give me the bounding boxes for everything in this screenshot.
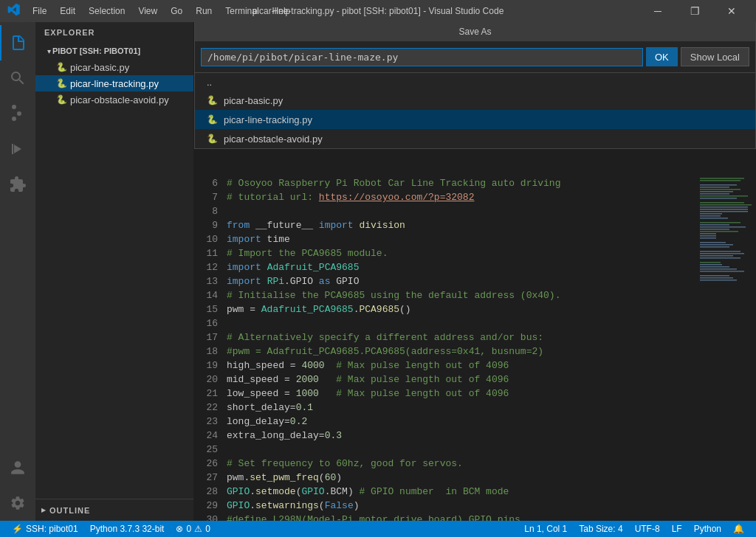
save-as-dialog: Save As OK Show Local .. 🐍 picar-basic.p…: [194, 22, 756, 149]
file-tree: ▾ PIBOT [SSH: PIBOT01] 🐍 picar-basic.py …: [35, 43, 193, 499]
editor-area: ▶ ⏸ ··· Save As OK Show Local .. 🐍 picar…: [194, 22, 756, 521]
dialog-file-name-2: picar-line-tracking.py: [224, 114, 312, 125]
outline-label: OUTLINE: [49, 506, 90, 515]
show-local-button[interactable]: Show Local: [681, 47, 749, 66]
dialog-file-picar-basic[interactable]: 🐍 picar-basic.py: [195, 91, 755, 110]
language-status[interactable]: Python: [688, 521, 727, 537]
vscode-logo-icon: [7, 3, 21, 19]
menu-run[interactable]: Run: [190, 4, 218, 18]
tab-size-status[interactable]: Tab Size: 4: [573, 521, 628, 537]
activity-item-explorer[interactable]: [0, 25, 35, 60]
remote-icon: ⚡: [12, 524, 23, 534]
parent-directory-item[interactable]: ..: [195, 73, 755, 91]
error-count: 0: [186, 524, 191, 534]
encoding-status[interactable]: UTF-8: [629, 521, 666, 537]
sidebar: Explorer ▾ PIBOT [SSH: PIBOT01] 🐍 picar-…: [35, 22, 194, 521]
status-right: Ln 1, Col 1 Tab Size: 4 UTF-8 LF Python …: [518, 521, 750, 537]
position-status[interactable]: Ln 1, Col 1: [518, 521, 573, 537]
save-path-input[interactable]: [201, 48, 643, 66]
title-bar: File Edit Selection View Go Run Terminal…: [0, 0, 756, 22]
svg-rect-0: [12, 144, 13, 154]
python-icon-1: 🐍: [207, 95, 218, 105]
activity-item-source-control[interactable]: [0, 96, 35, 131]
eol-status[interactable]: LF: [666, 521, 688, 537]
warning-count: 0: [205, 524, 210, 534]
status-bar: ⚡ SSH: pibot01 Python 3.7.3 32-bit ⊗ 0 ⚠…: [0, 521, 756, 537]
activity-item-extensions[interactable]: [0, 167, 35, 202]
dialog-title: Save As: [195, 22, 755, 41]
activity-item-settings[interactable]: [0, 485, 35, 521]
outline-section-header[interactable]: ▸ OUTLINE: [35, 502, 193, 518]
window-title: picar-line-tracking.py - pibot [SSH: pib…: [252, 6, 504, 16]
save-dialog-overlay: Save As OK Show Local .. 🐍 picar-basic.p…: [194, 22, 756, 521]
sidebar-header: Explorer: [35, 22, 193, 43]
python-icon-3: 🐍: [207, 134, 218, 144]
menu-go[interactable]: Go: [165, 4, 188, 18]
menu-edit[interactable]: Edit: [54, 4, 81, 18]
window-controls: ─ ❐ ✕: [641, 0, 749, 22]
file-name-picar-obstacle: picar-obstacle-avoid.py: [70, 94, 169, 105]
maximize-button[interactable]: ❐: [678, 0, 712, 22]
file-name-picar-basic: picar-basic.py: [70, 62, 129, 73]
ssh-status[interactable]: ⚡ SSH: pibot01: [6, 521, 84, 537]
close-button[interactable]: ✕: [715, 0, 749, 22]
minimize-button[interactable]: ─: [641, 0, 675, 22]
python-file-icon: 🐍: [56, 62, 67, 72]
activity-item-account[interactable]: [0, 450, 35, 485]
notifications-icon[interactable]: 🔔: [727, 521, 750, 537]
python-file-icon-active: 🐍: [56, 78, 67, 89]
root-folder-label: PIBOT [SSH: PIBOT01]: [52, 46, 140, 55]
python-status-label: Python 3.7.3 32-bit: [90, 524, 165, 534]
dialog-file-list: .. 🐍 picar-basic.py 🐍 picar-line-trackin…: [195, 72, 755, 148]
menu-selection[interactable]: Selection: [83, 4, 131, 18]
warning-icon: ⚠: [194, 524, 202, 534]
chevron-right-icon: ▸: [41, 505, 47, 515]
file-item-picar-obstacle[interactable]: 🐍 picar-obstacle-avoid.py: [35, 91, 193, 108]
dialog-input-row: OK Show Local: [195, 41, 755, 72]
error-icon: ⊗: [176, 524, 183, 534]
chevron-down-icon: ▾: [47, 47, 51, 55]
activity-item-search[interactable]: [0, 60, 35, 96]
python-icon-2: 🐍: [207, 114, 218, 125]
root-folder[interactable]: ▾ PIBOT [SSH: PIBOT01]: [35, 43, 193, 59]
errors-status[interactable]: ⊗ 0 ⚠ 0: [170, 521, 216, 537]
activity-bar: [0, 22, 35, 521]
menu-view[interactable]: View: [132, 4, 163, 18]
menu-file[interactable]: File: [27, 4, 52, 18]
dialog-file-name-1: picar-basic.py: [224, 95, 283, 106]
ssh-label: SSH: pibot01: [26, 524, 78, 534]
main-area: Explorer ▾ PIBOT [SSH: PIBOT01] 🐍 picar-…: [0, 22, 756, 521]
ok-button[interactable]: OK: [646, 47, 678, 66]
python-file-icon-3: 🐍: [56, 94, 67, 105]
python-status[interactable]: Python 3.7.3 32-bit: [84, 521, 171, 537]
dialog-file-picar-line-tracking[interactable]: 🐍 picar-line-tracking.py: [195, 110, 755, 129]
file-name-picar-line-tracking: picar-line-tracking.py: [70, 78, 159, 89]
file-item-picar-basic[interactable]: 🐍 picar-basic.py: [35, 59, 193, 75]
file-item-picar-line-tracking[interactable]: 🐍 picar-line-tracking.py: [35, 75, 193, 91]
activity-item-run[interactable]: [0, 131, 35, 167]
dialog-file-name-3: picar-obstacle-avoid.py: [224, 134, 323, 145]
dialog-file-picar-obstacle[interactable]: 🐍 picar-obstacle-avoid.py: [195, 129, 755, 148]
